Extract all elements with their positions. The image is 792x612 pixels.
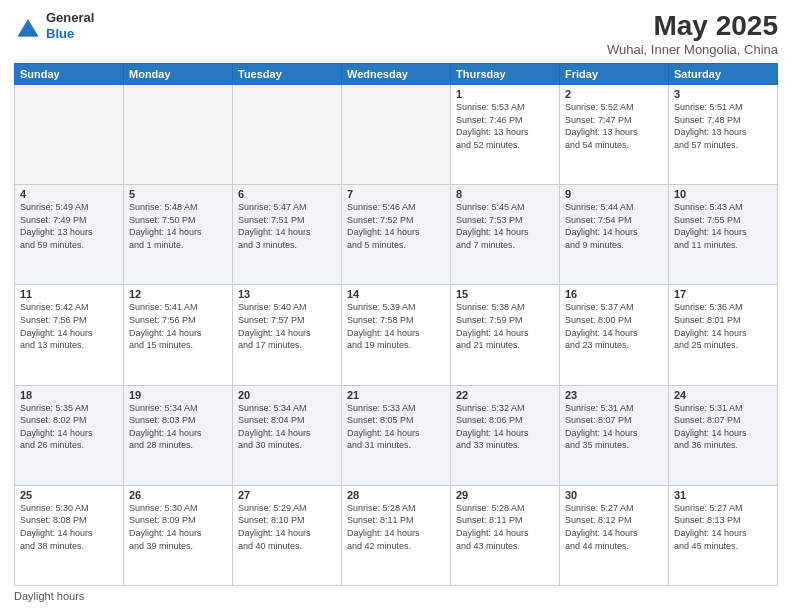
- calendar-cell: 14Sunrise: 5:39 AM Sunset: 7:58 PM Dayli…: [342, 285, 451, 385]
- day-number: 11: [20, 288, 118, 300]
- calendar-cell: 17Sunrise: 5:36 AM Sunset: 8:01 PM Dayli…: [669, 285, 778, 385]
- day-info: Sunrise: 5:40 AM Sunset: 7:57 PM Dayligh…: [238, 301, 336, 351]
- day-info: Sunrise: 5:48 AM Sunset: 7:50 PM Dayligh…: [129, 201, 227, 251]
- day-info: Sunrise: 5:45 AM Sunset: 7:53 PM Dayligh…: [456, 201, 554, 251]
- day-number: 23: [565, 389, 663, 401]
- calendar-cell: 15Sunrise: 5:38 AM Sunset: 7:59 PM Dayli…: [451, 285, 560, 385]
- day-number: 13: [238, 288, 336, 300]
- logo-blue: Blue: [46, 26, 94, 42]
- day-number: 5: [129, 188, 227, 200]
- day-number: 16: [565, 288, 663, 300]
- calendar-week-2: 11Sunrise: 5:42 AM Sunset: 7:56 PM Dayli…: [15, 285, 778, 385]
- logo-text: General Blue: [46, 10, 94, 41]
- calendar-week-4: 25Sunrise: 5:30 AM Sunset: 8:08 PM Dayli…: [15, 485, 778, 585]
- calendar-cell: 16Sunrise: 5:37 AM Sunset: 8:00 PM Dayli…: [560, 285, 669, 385]
- calendar-header-tuesday: Tuesday: [233, 64, 342, 85]
- calendar-cell: 10Sunrise: 5:43 AM Sunset: 7:55 PM Dayli…: [669, 185, 778, 285]
- day-info: Sunrise: 5:29 AM Sunset: 8:10 PM Dayligh…: [238, 502, 336, 552]
- calendar-cell: 6Sunrise: 5:47 AM Sunset: 7:51 PM Daylig…: [233, 185, 342, 285]
- calendar-cell: 2Sunrise: 5:52 AM Sunset: 7:47 PM Daylig…: [560, 85, 669, 185]
- day-info: Sunrise: 5:32 AM Sunset: 8:06 PM Dayligh…: [456, 402, 554, 452]
- day-info: Sunrise: 5:30 AM Sunset: 8:08 PM Dayligh…: [20, 502, 118, 552]
- calendar-cell: 11Sunrise: 5:42 AM Sunset: 7:56 PM Dayli…: [15, 285, 124, 385]
- day-info: Sunrise: 5:52 AM Sunset: 7:47 PM Dayligh…: [565, 101, 663, 151]
- day-info: Sunrise: 5:27 AM Sunset: 8:13 PM Dayligh…: [674, 502, 772, 552]
- day-info: Sunrise: 5:30 AM Sunset: 8:09 PM Dayligh…: [129, 502, 227, 552]
- calendar-header-wednesday: Wednesday: [342, 64, 451, 85]
- calendar-cell: 3Sunrise: 5:51 AM Sunset: 7:48 PM Daylig…: [669, 85, 778, 185]
- logo-icon: [14, 12, 42, 40]
- svg-marker-1: [18, 24, 39, 36]
- day-number: 18: [20, 389, 118, 401]
- calendar-cell: [233, 85, 342, 185]
- day-number: 14: [347, 288, 445, 300]
- calendar-week-3: 18Sunrise: 5:35 AM Sunset: 8:02 PM Dayli…: [15, 385, 778, 485]
- day-number: 29: [456, 489, 554, 501]
- calendar-cell: [15, 85, 124, 185]
- day-info: Sunrise: 5:38 AM Sunset: 7:59 PM Dayligh…: [456, 301, 554, 351]
- day-number: 20: [238, 389, 336, 401]
- day-number: 6: [238, 188, 336, 200]
- calendar-cell: 9Sunrise: 5:44 AM Sunset: 7:54 PM Daylig…: [560, 185, 669, 285]
- day-info: Sunrise: 5:39 AM Sunset: 7:58 PM Dayligh…: [347, 301, 445, 351]
- day-info: Sunrise: 5:41 AM Sunset: 7:56 PM Dayligh…: [129, 301, 227, 351]
- calendar-cell: [124, 85, 233, 185]
- day-info: Sunrise: 5:53 AM Sunset: 7:46 PM Dayligh…: [456, 101, 554, 151]
- day-info: Sunrise: 5:51 AM Sunset: 7:48 PM Dayligh…: [674, 101, 772, 151]
- day-number: 19: [129, 389, 227, 401]
- logo: General Blue: [14, 10, 94, 41]
- page: General Blue May 2025 Wuhai, Inner Mongo…: [0, 0, 792, 612]
- calendar-cell: 1Sunrise: 5:53 AM Sunset: 7:46 PM Daylig…: [451, 85, 560, 185]
- calendar-header-sunday: Sunday: [15, 64, 124, 85]
- day-number: 25: [20, 489, 118, 501]
- title-block: May 2025 Wuhai, Inner Mongolia, China: [607, 10, 778, 57]
- day-info: Sunrise: 5:44 AM Sunset: 7:54 PM Dayligh…: [565, 201, 663, 251]
- calendar-header-row: SundayMondayTuesdayWednesdayThursdayFrid…: [15, 64, 778, 85]
- day-info: Sunrise: 5:28 AM Sunset: 8:11 PM Dayligh…: [347, 502, 445, 552]
- day-info: Sunrise: 5:47 AM Sunset: 7:51 PM Dayligh…: [238, 201, 336, 251]
- main-title: May 2025: [607, 10, 778, 42]
- calendar-week-0: 1Sunrise: 5:53 AM Sunset: 7:46 PM Daylig…: [15, 85, 778, 185]
- day-info: Sunrise: 5:28 AM Sunset: 8:11 PM Dayligh…: [456, 502, 554, 552]
- logo-general: General: [46, 10, 94, 26]
- day-number: 26: [129, 489, 227, 501]
- day-number: 27: [238, 489, 336, 501]
- day-info: Sunrise: 5:34 AM Sunset: 8:03 PM Dayligh…: [129, 402, 227, 452]
- day-info: Sunrise: 5:37 AM Sunset: 8:00 PM Dayligh…: [565, 301, 663, 351]
- calendar-header-thursday: Thursday: [451, 64, 560, 85]
- day-number: 30: [565, 489, 663, 501]
- calendar-cell: 31Sunrise: 5:27 AM Sunset: 8:13 PM Dayli…: [669, 485, 778, 585]
- day-info: Sunrise: 5:49 AM Sunset: 7:49 PM Dayligh…: [20, 201, 118, 251]
- day-number: 3: [674, 88, 772, 100]
- header: General Blue May 2025 Wuhai, Inner Mongo…: [14, 10, 778, 57]
- calendar-cell: 18Sunrise: 5:35 AM Sunset: 8:02 PM Dayli…: [15, 385, 124, 485]
- calendar-cell: 22Sunrise: 5:32 AM Sunset: 8:06 PM Dayli…: [451, 385, 560, 485]
- calendar-cell: 27Sunrise: 5:29 AM Sunset: 8:10 PM Dayli…: [233, 485, 342, 585]
- calendar-cell: 23Sunrise: 5:31 AM Sunset: 8:07 PM Dayli…: [560, 385, 669, 485]
- day-number: 15: [456, 288, 554, 300]
- day-number: 8: [456, 188, 554, 200]
- day-info: Sunrise: 5:42 AM Sunset: 7:56 PM Dayligh…: [20, 301, 118, 351]
- calendar-cell: 5Sunrise: 5:48 AM Sunset: 7:50 PM Daylig…: [124, 185, 233, 285]
- calendar-cell: 20Sunrise: 5:34 AM Sunset: 8:04 PM Dayli…: [233, 385, 342, 485]
- calendar-cell: 4Sunrise: 5:49 AM Sunset: 7:49 PM Daylig…: [15, 185, 124, 285]
- day-number: 21: [347, 389, 445, 401]
- calendar-cell: 28Sunrise: 5:28 AM Sunset: 8:11 PM Dayli…: [342, 485, 451, 585]
- daylight-label: Daylight hours: [14, 590, 84, 602]
- day-info: Sunrise: 5:33 AM Sunset: 8:05 PM Dayligh…: [347, 402, 445, 452]
- day-number: 4: [20, 188, 118, 200]
- day-number: 9: [565, 188, 663, 200]
- day-info: Sunrise: 5:31 AM Sunset: 8:07 PM Dayligh…: [565, 402, 663, 452]
- calendar-cell: 29Sunrise: 5:28 AM Sunset: 8:11 PM Dayli…: [451, 485, 560, 585]
- day-number: 10: [674, 188, 772, 200]
- calendar-header-friday: Friday: [560, 64, 669, 85]
- calendar-cell: 30Sunrise: 5:27 AM Sunset: 8:12 PM Dayli…: [560, 485, 669, 585]
- day-number: 28: [347, 489, 445, 501]
- calendar-cell: 19Sunrise: 5:34 AM Sunset: 8:03 PM Dayli…: [124, 385, 233, 485]
- day-info: Sunrise: 5:34 AM Sunset: 8:04 PM Dayligh…: [238, 402, 336, 452]
- calendar-cell: 25Sunrise: 5:30 AM Sunset: 8:08 PM Dayli…: [15, 485, 124, 585]
- day-info: Sunrise: 5:46 AM Sunset: 7:52 PM Dayligh…: [347, 201, 445, 251]
- day-info: Sunrise: 5:31 AM Sunset: 8:07 PM Dayligh…: [674, 402, 772, 452]
- calendar-cell: 8Sunrise: 5:45 AM Sunset: 7:53 PM Daylig…: [451, 185, 560, 285]
- day-info: Sunrise: 5:27 AM Sunset: 8:12 PM Dayligh…: [565, 502, 663, 552]
